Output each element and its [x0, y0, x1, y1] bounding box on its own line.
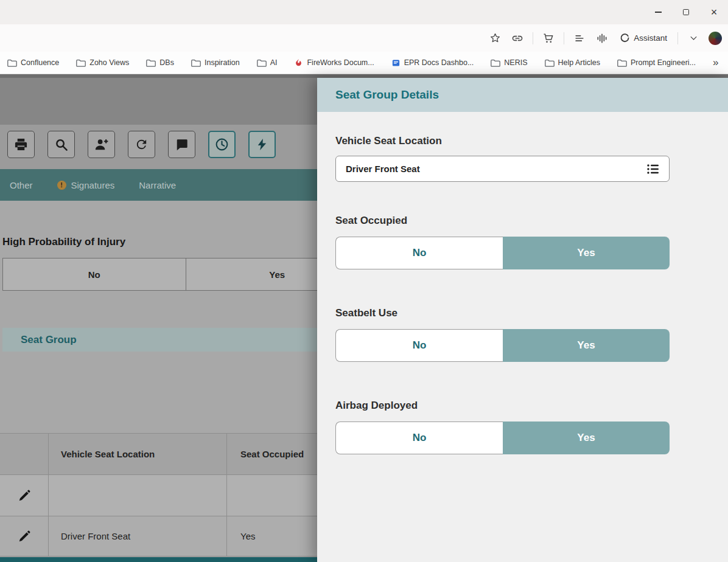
add-person-button[interactable]: [88, 131, 115, 158]
bookmark-confluence[interactable]: Confluence: [7, 58, 59, 67]
window-close-button[interactable]: ×: [700, 0, 728, 24]
app-header-dimmed: [0, 78, 317, 125]
col-header-seat-occupied: Seat Occupied: [227, 434, 317, 474]
table-header-edit-col: [0, 434, 49, 474]
assistant-logo-icon: [620, 30, 630, 47]
sync-button[interactable]: [128, 131, 155, 158]
warning-icon: !: [57, 181, 66, 190]
seat-occupied-option-yes[interactable]: Yes: [503, 237, 670, 269]
bookmark-label: AI: [270, 58, 278, 67]
app-tab-bar: Other ! Signatures Narrative: [0, 169, 317, 201]
maximize-icon: [683, 9, 689, 15]
vehicle-seat-location-label: Vehicle Seat Location: [335, 135, 442, 147]
seatbelt-use-option-yes[interactable]: Yes: [503, 329, 670, 362]
bookmark-label: EPR Docs Dashbo...: [404, 58, 474, 67]
chat-button[interactable]: [168, 131, 195, 158]
bookmark-label: Prompt Engineeri...: [631, 58, 696, 67]
airbag-deployed-label: Airbag Deployed: [335, 400, 418, 412]
cell-seat-occupied: [227, 475, 317, 516]
app-toolbar: [0, 125, 317, 169]
seatbelt-use-toggle: No Yes: [335, 329, 670, 362]
search-button[interactable]: [47, 131, 75, 158]
seatbelt-use-option-no[interactable]: No: [335, 329, 503, 362]
bookmark-label: Inspiration: [205, 58, 240, 67]
folder-icon: [76, 59, 86, 67]
airbag-deployed-option-yes[interactable]: Yes: [503, 422, 670, 454]
equalizer-icon[interactable]: [595, 30, 609, 47]
browser-toolbar: Assistant: [0, 24, 728, 52]
table-row: [0, 475, 317, 516]
table-row: Driver Front Seat Yes: [0, 516, 317, 557]
folder-icon: [545, 59, 555, 67]
window-maximize-button[interactable]: [672, 0, 700, 24]
folder-icon: [257, 59, 267, 67]
bookmark-epr-docs-dashboard[interactable]: EPR Docs Dashbo...: [391, 58, 474, 68]
toolbar-divider: [533, 32, 533, 44]
quick-actions-button[interactable]: [248, 131, 276, 158]
minimize-icon: [655, 12, 662, 13]
profile-avatar[interactable]: [709, 32, 722, 45]
list-icon: [646, 162, 660, 176]
bookmark-inspiration[interactable]: Inspiration: [191, 58, 240, 67]
toolbar-divider: [564, 32, 564, 44]
pencil-icon: [18, 489, 31, 502]
cell-seat-occupied: Yes: [227, 516, 317, 556]
print-button[interactable]: [7, 131, 35, 158]
bookmark-fireworks-docs[interactable]: FireWorks Docum...: [294, 58, 374, 68]
folder-icon: [146, 59, 156, 67]
bookmark-zoho-views[interactable]: Zoho Views: [76, 58, 129, 67]
bookmark-label: DBs: [159, 58, 174, 67]
seatbelt-use-label: Seatbelt Use: [335, 307, 397, 319]
question-option-yes[interactable]: Yes: [186, 258, 318, 290]
edit-row-button[interactable]: [15, 487, 33, 505]
toolbar-right-cluster: Assistant: [488, 24, 722, 52]
assistant-button[interactable]: Assistant: [617, 28, 670, 49]
pencil-icon: [18, 530, 31, 543]
seat-group-section-header: Seat Group: [2, 328, 317, 352]
col-header-vehicle-seat-location: Vehicle Seat Location: [49, 434, 227, 474]
panel-title: Seat Group Details: [335, 88, 439, 102]
folder-icon: [7, 59, 17, 67]
toolbar-divider: [677, 32, 678, 44]
bookmarks-overflow-button[interactable]: »: [713, 57, 728, 69]
bookmark-help-articles[interactable]: Help Articles: [545, 58, 600, 67]
folder-icon: [617, 59, 627, 67]
airbag-deployed-option-no[interactable]: No: [335, 422, 503, 454]
cart-icon[interactable]: [541, 30, 556, 47]
question-label: High Probability of Injury: [2, 236, 125, 248]
tab-signatures[interactable]: ! Signatures: [57, 180, 115, 190]
bookmark-dbs[interactable]: DBs: [146, 58, 174, 67]
tab-other[interactable]: Other: [10, 180, 33, 190]
link-icon[interactable]: [510, 30, 525, 47]
folder-icon: [191, 59, 201, 67]
seat-group-table: Vehicle Seat Location Seat Occupied Driv…: [0, 433, 317, 557]
tab-narrative[interactable]: Narrative: [139, 180, 176, 190]
window-titlebar: ×: [0, 0, 728, 24]
bookmark-ai[interactable]: AI: [257, 58, 278, 67]
seat-group-details-panel: Seat Group Details Vehicle Seat Location…: [317, 78, 728, 562]
seat-group-section-title: Seat Group: [21, 334, 77, 346]
edit-row-button[interactable]: [15, 527, 33, 546]
bookmark-label: FireWorks Docum...: [307, 58, 374, 67]
select-value: Driver Front Seat: [346, 164, 646, 174]
bookmark-star-icon[interactable]: [488, 30, 502, 47]
question-option-no[interactable]: No: [3, 258, 186, 290]
vehicle-seat-location-select[interactable]: Driver Front Seat: [335, 156, 670, 182]
panel-header: Seat Group Details: [317, 78, 728, 112]
fireworks-icon: [294, 58, 303, 68]
window-minimize-button[interactable]: [644, 0, 672, 24]
chevron-down-icon[interactable]: [686, 30, 701, 47]
reading-list-icon[interactable]: [572, 30, 587, 47]
seat-occupied-toggle: No Yes: [335, 237, 670, 269]
history-button[interactable]: [208, 131, 236, 158]
bookmark-neris[interactable]: NERIS: [491, 58, 527, 67]
tab-signatures-label: Signatures: [71, 180, 115, 190]
bookmark-prompt-engineering[interactable]: Prompt Engineeri...: [617, 58, 696, 67]
bookmarks-bar: Confluence Zoho Views DBs Inspiration AI…: [0, 52, 728, 74]
cell-vehicle-seat-location: [49, 475, 227, 516]
airbag-deployed-toggle: No Yes: [335, 422, 670, 454]
table-header-row: Vehicle Seat Location Seat Occupied: [0, 434, 317, 475]
bookmark-label: Confluence: [21, 58, 59, 67]
seat-occupied-option-no[interactable]: No: [335, 237, 503, 269]
bookmark-label: Zoho Views: [89, 58, 129, 67]
